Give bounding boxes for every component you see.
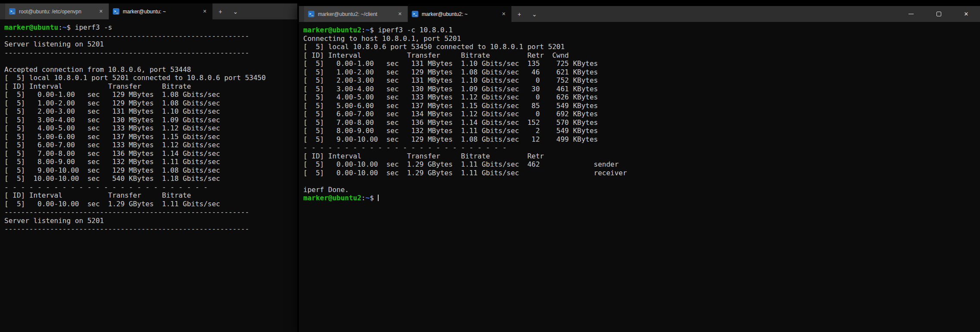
- terminal-line: ----------------------------------------…: [4, 49, 297, 57]
- prompt-line: marker@ubuntu2:~$ iperf3 -c 10.8.0.1: [303, 26, 980, 34]
- terminal-line: Server listening on 5201: [4, 40, 297, 49]
- maximize-icon: [936, 12, 941, 16]
- command-text: iperf3 -c 10.8.0.1: [374, 26, 453, 34]
- terminal-line: [ 5] 2.00-3.00 sec 131 MBytes 1.10 Gbits…: [4, 107, 297, 116]
- terminal-line: Server listening on 5201: [4, 217, 297, 225]
- prompt-separator: :: [361, 194, 366, 202]
- terminal-line: [ 5] local 10.8.0.6 port 53450 connected…: [303, 43, 980, 51]
- tab-label: root@ubuntu: /etc/openvpn: [19, 9, 94, 15]
- terminal-line: [ 5] 5.00-6.00 sec 137 MBytes 1.15 Gbits…: [303, 102, 980, 110]
- terminal-line: [ 5] 6.00-7.00 sec 134 MBytes 1.12 Gbits…: [303, 110, 980, 118]
- prompt-separator: :: [361, 26, 366, 34]
- left-titlebar: >_ root@ubuntu: /etc/openvpn ✕ >_ marker…: [0, 3, 297, 19]
- minimize-icon: [908, 14, 914, 14]
- close-window-button[interactable]: ✕: [952, 6, 980, 22]
- terminal-line: Connecting to host 10.8.0.1, port 5201: [303, 34, 980, 43]
- right-terminal-window: >_ marker@ubuntu2: ~/client ✕ >_ marker@…: [299, 6, 980, 332]
- terminal-line: [ ID] Interval Transfer Bitrate: [4, 191, 297, 200]
- close-tab-icon[interactable]: ✕: [97, 8, 105, 15]
- terminal-output: Connecting to host 10.8.0.1, port 5201[ …: [303, 34, 980, 194]
- tab-label: marker@ubuntu: ~: [123, 9, 198, 15]
- tab-root-ubuntu-openvpn[interactable]: >_ root@ubuntu: /etc/openvpn ✕: [5, 3, 109, 19]
- terminal-line: [ 5] 7.00-8.00 sec 136 MBytes 1.14 Gbits…: [303, 118, 980, 127]
- titlebar-drag-region[interactable]: [243, 3, 297, 19]
- terminal-line: [ 5] 2.00-3.00 sec 131 MBytes 1.10 Gbits…: [303, 76, 980, 85]
- terminal-line: Accepted connection from 10.8.0.6, port …: [4, 65, 297, 74]
- left-terminal-window: >_ root@ubuntu: /etc/openvpn ✕ >_ marker…: [0, 3, 297, 332]
- terminal-icon: >_: [412, 11, 418, 17]
- terminal-line: [ 5] 6.00-7.00 sec 133 MBytes 1.12 Gbits…: [4, 141, 297, 149]
- terminal-icon: >_: [308, 11, 314, 17]
- terminal-line: [ 5] 9.00-10.00 sec 129 MBytes 1.08 Gbit…: [4, 166, 297, 175]
- close-tab-icon[interactable]: ✕: [201, 8, 208, 15]
- terminal-line: [ 5] 9.00-10.00 sec 129 MBytes 1.08 Gbit…: [303, 135, 980, 144]
- maximize-button[interactable]: [925, 6, 952, 22]
- terminal-line: [ 5] 8.00-9.00 sec 132 MBytes 1.11 Gbits…: [303, 127, 980, 135]
- terminal-line: [ 5] 5.00-6.00 sec 137 MBytes 1.15 Gbits…: [4, 133, 297, 141]
- terminal-line: [ 5] 0.00-10.00 sec 1.29 GBytes 1.11 Gbi…: [4, 200, 297, 208]
- terminal-line: [ 5] 8.00-9.00 sec 132 MBytes 1.11 Gbits…: [4, 158, 297, 166]
- close-tab-icon[interactable]: ✕: [396, 11, 404, 17]
- terminal-line: [ ID] Interval Transfer Bitrate Retr Cwn…: [303, 51, 980, 60]
- terminal-line: [ 5] 3.00-4.00 sec 130 MBytes 1.09 Gbits…: [4, 116, 297, 124]
- close-icon: ✕: [964, 11, 969, 17]
- prompt-separator: :: [58, 23, 62, 31]
- tab-marker-ubuntu2-client[interactable]: >_ marker@ubuntu2: ~/client ✕: [304, 6, 408, 22]
- terminal-line: - - - - - - - - - - - - - - - - - - - - …: [303, 143, 980, 152]
- terminal-line: [ 5] local 10.8.0.1 port 5201 connected …: [4, 74, 297, 82]
- new-tab-button[interactable]: +: [213, 3, 228, 19]
- prompt-symbol: $: [370, 26, 374, 34]
- tab-marker-ubuntu2[interactable]: >_ marker@ubuntu2: ~ ✕: [408, 6, 512, 22]
- prompt-line: marker@ubuntu:~$ iperf3 -s: [4, 23, 297, 32]
- prompt-path: ~: [366, 194, 370, 202]
- terminal-line: [ 5] 0.00-10.00 sec 1.29 GBytes 1.11 Gbi…: [303, 160, 980, 169]
- prompt-user: marker@ubuntu: [4, 23, 58, 31]
- terminal-icon: >_: [9, 8, 16, 15]
- prompt-line: marker@ubuntu2:~$: [303, 194, 980, 202]
- prompt-path: ~: [366, 26, 370, 34]
- terminal-line: [ 5] 1.00-2.00 sec 129 MBytes 1.08 Gbits…: [4, 99, 297, 108]
- terminal-line: [ 5] 4.00-5.00 sec 133 MBytes 1.12 Gbits…: [303, 93, 980, 102]
- terminal-line: [303, 177, 980, 186]
- tab-label: marker@ubuntu2: ~/client: [318, 11, 393, 17]
- terminal-line: [ 5] 0.00-1.00 sec 129 MBytes 1.08 Gbits…: [4, 90, 297, 99]
- terminal-icon: >_: [113, 8, 119, 15]
- terminal-line: [ 5] 1.00-2.00 sec 129 MBytes 1.08 Gbits…: [303, 68, 980, 77]
- text-cursor: [378, 195, 379, 201]
- terminal-line: [ ID] Interval Transfer Bitrate Retr: [303, 152, 980, 161]
- left-terminal-content[interactable]: marker@ubuntu:~$ iperf3 -s -------------…: [0, 19, 297, 332]
- prompt-user: marker@ubuntu2: [303, 194, 361, 202]
- terminal-line: iperf Done.: [303, 186, 980, 194]
- tab-marker-ubuntu[interactable]: >_ marker@ubuntu: ~ ✕: [109, 3, 213, 19]
- tab-dropdown-button[interactable]: ⌄: [527, 6, 542, 22]
- close-tab-icon[interactable]: ✕: [500, 11, 507, 17]
- prompt-user: marker@ubuntu2: [303, 26, 361, 34]
- minimize-button[interactable]: [897, 6, 925, 22]
- terminal-line: [ ID] Interval Transfer Bitrate: [4, 82, 297, 91]
- tab-dropdown-button[interactable]: ⌄: [228, 3, 243, 19]
- terminal-line: [ 5] 3.00-4.00 sec 130 MBytes 1.09 Gbits…: [303, 85, 980, 93]
- terminal-line: [ 5] 7.00-8.00 sec 136 MBytes 1.14 Gbits…: [4, 149, 297, 158]
- terminal-line: [ 5] 0.00-1.00 sec 131 MBytes 1.10 Gbits…: [303, 59, 980, 68]
- terminal-line: [ 5] 10.00-10.00 sec 540 KBytes 1.18 Gbi…: [4, 174, 297, 183]
- tab-label: marker@ubuntu2: ~: [422, 11, 497, 17]
- prompt-path: ~: [62, 23, 67, 31]
- terminal-line: [ 5] 0.00-10.00 sec 1.29 GBytes 1.11 Gbi…: [303, 169, 980, 177]
- terminal-output: ----------------------------------------…: [4, 32, 297, 233]
- command-text: iperf3 -s: [71, 23, 112, 31]
- titlebar-drag-region[interactable]: [542, 6, 897, 22]
- window-controls: ✕: [897, 6, 980, 22]
- prompt-symbol: $: [370, 194, 378, 202]
- titlebar-drag-region[interactable]: [299, 6, 304, 22]
- terminal-line: ----------------------------------------…: [4, 32, 297, 40]
- terminal-line: ----------------------------------------…: [4, 208, 297, 217]
- new-tab-button[interactable]: +: [512, 6, 527, 22]
- right-titlebar: >_ marker@ubuntu2: ~/client ✕ >_ marker@…: [299, 6, 980, 22]
- terminal-line: [4, 57, 297, 65]
- terminal-line: - - - - - - - - - - - - - - - - - - - - …: [4, 183, 297, 192]
- prompt-symbol: $: [67, 23, 71, 31]
- right-terminal-content[interactable]: marker@ubuntu2:~$ iperf3 -c 10.8.0.1 Con…: [299, 22, 980, 332]
- terminal-line: ----------------------------------------…: [4, 225, 297, 233]
- terminal-line: [ 5] 4.00-5.00 sec 133 MBytes 1.12 Gbits…: [4, 124, 297, 133]
- titlebar-drag-region[interactable]: [0, 3, 5, 19]
